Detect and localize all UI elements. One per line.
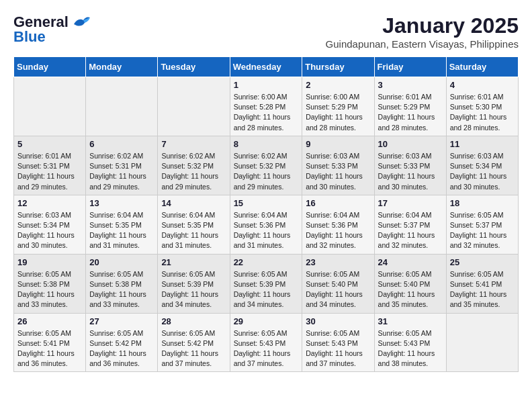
day-number: 19 bbox=[17, 257, 82, 267]
day-number: 26 bbox=[17, 316, 82, 326]
calendar-cell: 13Sunrise: 6:04 AM Sunset: 5:35 PM Dayli… bbox=[86, 195, 158, 254]
day-number: 30 bbox=[306, 316, 370, 326]
day-info: Sunrise: 6:03 AM Sunset: 5:33 PM Dayligh… bbox=[378, 151, 443, 192]
day-info: Sunrise: 6:05 AM Sunset: 5:42 PM Dayligh… bbox=[89, 328, 154, 369]
calendar-cell: 20Sunrise: 6:05 AM Sunset: 5:38 PM Dayli… bbox=[86, 254, 158, 313]
day-number: 3 bbox=[378, 80, 443, 90]
weekday-header-tuesday: Tuesday bbox=[158, 57, 230, 77]
day-number: 20 bbox=[89, 257, 154, 267]
weekday-header-friday: Friday bbox=[374, 57, 446, 77]
day-info: Sunrise: 6:01 AM Sunset: 5:29 PM Dayligh… bbox=[378, 92, 443, 133]
calendar-cell bbox=[158, 77, 230, 136]
calendar-cell: 1Sunrise: 6:00 AM Sunset: 5:28 PM Daylig… bbox=[230, 77, 302, 136]
calendar-cell: 17Sunrise: 6:04 AM Sunset: 5:37 PM Dayli… bbox=[374, 195, 446, 254]
calendar-table: SundayMondayTuesdayWednesdayThursdayFrid… bbox=[13, 56, 519, 372]
day-number: 2 bbox=[306, 80, 370, 90]
calendar-week-2: 5Sunrise: 6:01 AM Sunset: 5:31 PM Daylig… bbox=[14, 136, 519, 195]
day-info: Sunrise: 6:02 AM Sunset: 5:31 PM Dayligh… bbox=[89, 151, 154, 192]
day-info: Sunrise: 6:05 AM Sunset: 5:41 PM Dayligh… bbox=[17, 328, 82, 369]
logo-bird-icon bbox=[71, 15, 90, 30]
title-area: January 2025 Guindapunan, Eastern Visaya… bbox=[326, 13, 519, 50]
day-info: Sunrise: 6:02 AM Sunset: 5:32 PM Dayligh… bbox=[161, 151, 226, 192]
calendar-cell: 30Sunrise: 6:05 AM Sunset: 5:43 PM Dayli… bbox=[302, 313, 374, 372]
calendar-cell: 10Sunrise: 6:03 AM Sunset: 5:33 PM Dayli… bbox=[374, 136, 446, 195]
day-info: Sunrise: 6:04 AM Sunset: 5:35 PM Dayligh… bbox=[89, 210, 154, 251]
calendar-cell: 22Sunrise: 6:05 AM Sunset: 5:39 PM Dayli… bbox=[230, 254, 302, 313]
calendar-cell: 19Sunrise: 6:05 AM Sunset: 5:38 PM Dayli… bbox=[14, 254, 86, 313]
calendar-cell: 6Sunrise: 6:02 AM Sunset: 5:31 PM Daylig… bbox=[86, 136, 158, 195]
weekday-header-sunday: Sunday bbox=[14, 57, 86, 77]
day-info: Sunrise: 6:04 AM Sunset: 5:37 PM Dayligh… bbox=[378, 210, 443, 251]
calendar-cell: 31Sunrise: 6:05 AM Sunset: 5:43 PM Dayli… bbox=[374, 313, 446, 372]
day-number: 6 bbox=[89, 139, 154, 149]
calendar-cell: 3Sunrise: 6:01 AM Sunset: 5:29 PM Daylig… bbox=[374, 77, 446, 136]
day-number: 12 bbox=[17, 198, 82, 208]
day-number: 24 bbox=[378, 257, 443, 267]
day-number: 5 bbox=[17, 139, 82, 149]
calendar-week-1: 1Sunrise: 6:00 AM Sunset: 5:28 PM Daylig… bbox=[14, 77, 519, 136]
day-info: Sunrise: 6:05 AM Sunset: 5:43 PM Dayligh… bbox=[306, 328, 370, 369]
day-info: Sunrise: 6:03 AM Sunset: 5:33 PM Dayligh… bbox=[306, 151, 370, 192]
calendar-cell: 28Sunrise: 6:05 AM Sunset: 5:42 PM Dayli… bbox=[158, 313, 230, 372]
day-info: Sunrise: 6:05 AM Sunset: 5:43 PM Dayligh… bbox=[234, 328, 299, 369]
day-info: Sunrise: 6:01 AM Sunset: 5:31 PM Dayligh… bbox=[17, 151, 82, 192]
day-number: 23 bbox=[306, 257, 370, 267]
day-number: 14 bbox=[161, 198, 226, 208]
day-number: 31 bbox=[378, 316, 443, 326]
calendar-cell: 5Sunrise: 6:01 AM Sunset: 5:31 PM Daylig… bbox=[14, 136, 86, 195]
day-number: 9 bbox=[306, 139, 370, 149]
calendar-cell: 4Sunrise: 6:01 AM Sunset: 5:30 PM Daylig… bbox=[446, 77, 518, 136]
day-info: Sunrise: 6:03 AM Sunset: 5:34 PM Dayligh… bbox=[17, 210, 82, 251]
day-number: 10 bbox=[378, 139, 443, 149]
day-info: Sunrise: 6:05 AM Sunset: 5:42 PM Dayligh… bbox=[161, 328, 226, 369]
day-number: 1 bbox=[234, 80, 299, 90]
calendar-cell: 29Sunrise: 6:05 AM Sunset: 5:43 PM Dayli… bbox=[230, 313, 302, 372]
calendar-week-3: 12Sunrise: 6:03 AM Sunset: 5:34 PM Dayli… bbox=[14, 195, 519, 254]
logo-blue-text: Blue bbox=[13, 28, 46, 46]
day-info: Sunrise: 6:04 AM Sunset: 5:36 PM Dayligh… bbox=[306, 210, 370, 251]
day-number: 7 bbox=[161, 139, 226, 149]
day-number: 27 bbox=[89, 316, 154, 326]
day-number: 16 bbox=[306, 198, 370, 208]
day-info: Sunrise: 6:04 AM Sunset: 5:36 PM Dayligh… bbox=[234, 210, 299, 251]
day-number: 21 bbox=[161, 257, 226, 267]
day-number: 28 bbox=[161, 316, 226, 326]
day-info: Sunrise: 6:05 AM Sunset: 5:38 PM Dayligh… bbox=[89, 269, 154, 310]
weekday-header-wednesday: Wednesday bbox=[230, 57, 302, 77]
day-info: Sunrise: 6:00 AM Sunset: 5:29 PM Dayligh… bbox=[306, 92, 370, 133]
weekday-header-monday: Monday bbox=[86, 57, 158, 77]
day-number: 4 bbox=[450, 80, 515, 90]
day-info: Sunrise: 6:05 AM Sunset: 5:39 PM Dayligh… bbox=[161, 269, 226, 310]
calendar-cell: 15Sunrise: 6:04 AM Sunset: 5:36 PM Dayli… bbox=[230, 195, 302, 254]
calendar-cell: 16Sunrise: 6:04 AM Sunset: 5:36 PM Dayli… bbox=[302, 195, 374, 254]
calendar-cell: 7Sunrise: 6:02 AM Sunset: 5:32 PM Daylig… bbox=[158, 136, 230, 195]
calendar-cell: 14Sunrise: 6:04 AM Sunset: 5:35 PM Dayli… bbox=[158, 195, 230, 254]
calendar-cell: 26Sunrise: 6:05 AM Sunset: 5:41 PM Dayli… bbox=[14, 313, 86, 372]
day-info: Sunrise: 6:04 AM Sunset: 5:35 PM Dayligh… bbox=[161, 210, 226, 251]
calendar-cell: 11Sunrise: 6:03 AM Sunset: 5:34 PM Dayli… bbox=[446, 136, 518, 195]
calendar-week-5: 26Sunrise: 6:05 AM Sunset: 5:41 PM Dayli… bbox=[14, 313, 519, 372]
day-number: 13 bbox=[89, 198, 154, 208]
calendar-cell: 21Sunrise: 6:05 AM Sunset: 5:39 PM Dayli… bbox=[158, 254, 230, 313]
day-number: 29 bbox=[234, 316, 299, 326]
logo: General Blue bbox=[13, 13, 90, 46]
calendar-cell bbox=[14, 77, 86, 136]
day-info: Sunrise: 6:02 AM Sunset: 5:32 PM Dayligh… bbox=[234, 151, 299, 192]
weekday-header-saturday: Saturday bbox=[446, 57, 518, 77]
calendar-title: January 2025 bbox=[326, 13, 519, 38]
day-number: 11 bbox=[450, 139, 515, 149]
day-info: Sunrise: 6:05 AM Sunset: 5:37 PM Dayligh… bbox=[450, 210, 515, 251]
day-number: 17 bbox=[378, 198, 443, 208]
day-info: Sunrise: 6:01 AM Sunset: 5:30 PM Dayligh… bbox=[450, 92, 515, 133]
weekday-header-thursday: Thursday bbox=[302, 57, 374, 77]
day-number: 8 bbox=[234, 139, 299, 149]
day-number: 18 bbox=[450, 198, 515, 208]
calendar-cell: 25Sunrise: 6:05 AM Sunset: 5:41 PM Dayli… bbox=[446, 254, 518, 313]
calendar-cell: 8Sunrise: 6:02 AM Sunset: 5:32 PM Daylig… bbox=[230, 136, 302, 195]
calendar-cell bbox=[86, 77, 158, 136]
day-info: Sunrise: 6:05 AM Sunset: 5:40 PM Dayligh… bbox=[378, 269, 443, 310]
day-info: Sunrise: 6:00 AM Sunset: 5:28 PM Dayligh… bbox=[234, 92, 299, 133]
day-number: 22 bbox=[234, 257, 299, 267]
day-info: Sunrise: 6:05 AM Sunset: 5:40 PM Dayligh… bbox=[306, 269, 370, 310]
calendar-cell: 12Sunrise: 6:03 AM Sunset: 5:34 PM Dayli… bbox=[14, 195, 86, 254]
